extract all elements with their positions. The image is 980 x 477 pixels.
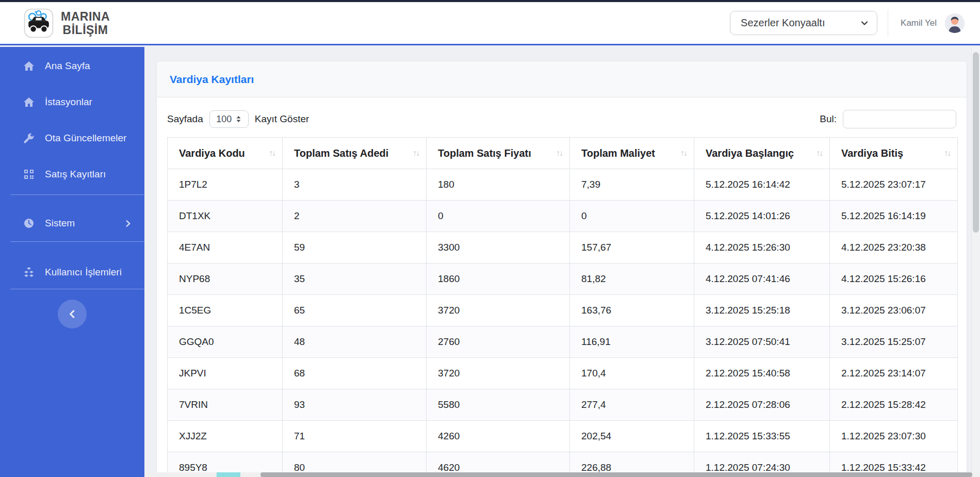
sort-icon: ↑↓ xyxy=(413,149,419,158)
table-row: JKPVI683720170,42.12.2025 15:40:582.12.2… xyxy=(168,358,958,389)
station-select[interactable]: Sezerler Konyaaltı xyxy=(730,11,877,35)
table-row: NYP6835186081,824.12.2025 07:41:464.12.2… xyxy=(168,264,958,295)
column-header-toplam-satis-fiyati[interactable]: Toplam Satış Fiyatı↑↓ xyxy=(427,138,570,169)
vertical-scrollbar-thumb[interactable] xyxy=(973,52,979,233)
page-size-control: Sayfada 100 Kayıt Göster xyxy=(167,110,309,128)
vardiya-card: Vardiya Kayıtları Sayfada 100 Kayıt Göst… xyxy=(156,61,967,477)
sort-icon: ↑↓ xyxy=(816,149,822,158)
search-label: Bul: xyxy=(820,113,837,125)
column-header-vardiya-bitis[interactable]: Vardiya Bitiş↑↓ xyxy=(830,138,958,169)
column-header-vardiya-baslangic[interactable]: Vardiya Başlangıç↑↓ xyxy=(694,138,830,169)
table-row: 1C5EG653720163,763.12.2025 15:25:183.12.… xyxy=(168,295,958,326)
search-input[interactable] xyxy=(843,110,956,128)
sidebar-divider xyxy=(10,289,144,289)
horizontal-scrollbar-accent xyxy=(217,472,240,477)
avatar-illustration-icon xyxy=(945,13,965,33)
clock-icon xyxy=(23,217,35,229)
carwash-logo-icon xyxy=(22,6,56,40)
page-size-suffix: Kayıt Göster xyxy=(255,113,309,125)
brand-line-1: MARINA xyxy=(61,10,110,23)
table-row: XJJ2Z714260202,541.12.2025 15:33:551.12.… xyxy=(168,421,958,452)
vertical-scrollbar[interactable] xyxy=(971,47,980,477)
home-icon xyxy=(23,60,35,72)
user-name: Kamil Yel xyxy=(901,18,937,28)
user-avatar[interactable] xyxy=(945,13,965,33)
column-header-toplam-satis-adedi[interactable]: Toplam Satış Adedi↑↓ xyxy=(283,138,427,169)
horizontal-scrollbar[interactable] xyxy=(144,472,980,477)
wrench-icon xyxy=(23,132,35,144)
vardiya-table: Vardiya Kodu↑↓ Toplam Satış Adedi↑↓ Topl… xyxy=(167,137,958,477)
chevron-left-icon xyxy=(68,309,77,319)
table-row: 7VRIN935580277,42.12.2025 07:28:062.12.2… xyxy=(168,389,958,421)
brand-logo[interactable]: MARINA BİLİŞİM xyxy=(22,6,110,40)
sort-icon: ↑↓ xyxy=(944,149,950,158)
chevron-down-icon xyxy=(860,19,869,27)
table-row: GGQA0482760116,913.12.2025 07:50:413.12.… xyxy=(168,326,958,358)
card-body: Sayfada 100 Kayıt Göster Bul: xyxy=(157,97,967,477)
brand-line-2: BİLİŞİM xyxy=(63,23,108,37)
page-size-select[interactable]: 100 xyxy=(209,110,249,128)
table-row: DT1XK2005.12.2025 14:01:265.12.2025 16:1… xyxy=(168,201,958,232)
chevron-right-icon xyxy=(124,220,132,227)
sidebar: Ana Sayfa İstasyonlar Ota Güncellemeler … xyxy=(0,47,144,477)
horizontal-scrollbar-thumb[interactable] xyxy=(260,472,972,477)
sidebar-item-istasyonlar[interactable]: İstasyonlar xyxy=(0,87,144,117)
card-header: Vardiya Kayıtları xyxy=(157,61,967,97)
sort-icon: ↑↓ xyxy=(680,149,687,158)
navbar-divider xyxy=(888,10,888,37)
home-icon xyxy=(23,96,35,108)
table-row: 1P7L231807,395.12.2025 16:14:425.12.2025… xyxy=(168,169,958,201)
column-header-toplam-maliyet[interactable]: Toplam Maliyet↑↓ xyxy=(570,138,694,169)
cubes-icon xyxy=(23,266,35,278)
sort-icon: ↑↓ xyxy=(556,149,562,158)
page-size-prefix: Sayfada xyxy=(167,113,203,125)
search-control: Bul: xyxy=(820,110,956,128)
window-top-strip xyxy=(0,0,980,2)
station-select-value: Sezerler Konyaaltı xyxy=(741,17,860,29)
sidebar-item-ana-sayfa[interactable]: Ana Sayfa xyxy=(0,51,144,81)
page-title: Vardiya Kayıtları xyxy=(170,73,254,86)
sidebar-collapse-button[interactable] xyxy=(58,300,87,328)
sidebar-item-ota-guncellemeler[interactable]: Ota Güncellemeler xyxy=(0,123,144,153)
sidebar-item-sistem[interactable]: Sistem xyxy=(0,208,144,238)
table-header-row: Vardiya Kodu↑↓ Toplam Satış Adedi↑↓ Topl… xyxy=(168,138,958,169)
sidebar-item-satis-kayitlari[interactable]: Satış Kayıtları xyxy=(0,159,144,189)
main-content: Vardiya Kayıtları Sayfada 100 Kayıt Göst… xyxy=(144,47,971,477)
table-controls: Sayfada 100 Kayıt Göster Bul: xyxy=(167,110,956,128)
table-row: 4E7AN593300157,674.12.2025 15:26:304.12.… xyxy=(168,232,958,264)
sidebar-item-kullanici-islemleri[interactable]: Kullanıcı İşlemleri xyxy=(0,257,144,287)
sidebar-divider xyxy=(10,194,144,195)
sort-icon: ↑↓ xyxy=(269,149,275,158)
column-header-vardiya-kodu[interactable]: Vardiya Kodu↑↓ xyxy=(168,138,283,169)
spinner-arrows-icon xyxy=(236,116,241,123)
top-navbar: MARINA BİLİŞİM Sezerler Konyaaltı Kamil … xyxy=(0,2,980,45)
page-size-value: 100 xyxy=(216,114,232,125)
qr-grid-icon xyxy=(23,168,35,180)
sidebar-divider xyxy=(10,241,144,242)
chevron-right-icon xyxy=(132,269,132,276)
